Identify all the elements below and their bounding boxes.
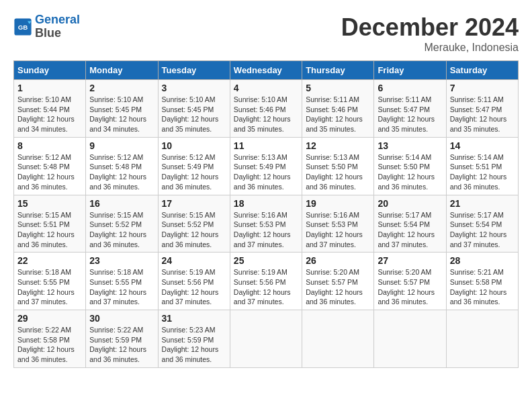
calendar-cell: 6Sunrise: 5:11 AM Sunset: 5:47 PM Daylig… bbox=[374, 80, 446, 138]
calendar-body: 1Sunrise: 5:10 AM Sunset: 5:44 PM Daylig… bbox=[14, 80, 519, 368]
day-info: Sunrise: 5:17 AM Sunset: 5:54 PM Dayligh… bbox=[378, 210, 442, 250]
day-info: Sunrise: 5:23 AM Sunset: 5:59 PM Dayligh… bbox=[162, 325, 226, 365]
calendar-cell bbox=[230, 310, 302, 368]
day-info: Sunrise: 5:13 AM Sunset: 5:49 PM Dayligh… bbox=[234, 152, 298, 192]
calendar-cell: 21Sunrise: 5:17 AM Sunset: 5:54 PM Dayli… bbox=[446, 195, 518, 253]
day-info: Sunrise: 5:18 AM Sunset: 5:55 PM Dayligh… bbox=[89, 267, 154, 307]
calendar-cell: 28Sunrise: 5:21 AM Sunset: 5:58 PM Dayli… bbox=[446, 253, 518, 310]
calendar-cell: 10Sunrise: 5:12 AM Sunset: 5:49 PM Dayli… bbox=[158, 137, 230, 195]
calendar-cell: 7Sunrise: 5:11 AM Sunset: 5:47 PM Daylig… bbox=[446, 80, 518, 138]
day-info: Sunrise: 5:12 AM Sunset: 5:48 PM Dayligh… bbox=[89, 152, 154, 192]
day-info: Sunrise: 5:13 AM Sunset: 5:50 PM Dayligh… bbox=[306, 152, 370, 192]
day-number: 26 bbox=[306, 255, 370, 266]
calendar-cell: 14Sunrise: 5:14 AM Sunset: 5:51 PM Dayli… bbox=[446, 137, 518, 195]
day-info: Sunrise: 5:11 AM Sunset: 5:47 PM Dayligh… bbox=[450, 95, 515, 134]
day-info: Sunrise: 5:15 AM Sunset: 5:51 PM Dayligh… bbox=[17, 210, 82, 250]
day-number: 18 bbox=[234, 198, 298, 209]
calendar-cell: 2Sunrise: 5:10 AM Sunset: 5:45 PM Daylig… bbox=[86, 80, 158, 138]
day-info: Sunrise: 5:10 AM Sunset: 5:46 PM Dayligh… bbox=[234, 95, 298, 134]
day-number: 6 bbox=[378, 83, 442, 93]
logo-text: General Blue bbox=[35, 13, 80, 40]
day-info: Sunrise: 5:14 AM Sunset: 5:51 PM Dayligh… bbox=[450, 152, 515, 192]
day-number: 17 bbox=[162, 198, 226, 209]
logo-icon: GB bbox=[13, 17, 32, 36]
day-number: 25 bbox=[234, 255, 298, 266]
day-number: 23 bbox=[89, 255, 154, 266]
weekday-header-thursday: Thursday bbox=[302, 61, 374, 80]
day-info: Sunrise: 5:22 AM Sunset: 5:58 PM Dayligh… bbox=[17, 325, 82, 365]
day-info: Sunrise: 5:12 AM Sunset: 5:48 PM Dayligh… bbox=[17, 152, 82, 192]
calendar-cell: 1Sunrise: 5:10 AM Sunset: 5:44 PM Daylig… bbox=[14, 80, 86, 138]
calendar-cell bbox=[374, 310, 446, 368]
day-info: Sunrise: 5:16 AM Sunset: 5:53 PM Dayligh… bbox=[234, 210, 298, 250]
day-info: Sunrise: 5:18 AM Sunset: 5:55 PM Dayligh… bbox=[17, 267, 82, 307]
calendar-cell: 13Sunrise: 5:14 AM Sunset: 5:50 PM Dayli… bbox=[374, 137, 446, 195]
calendar-header-row: SundayMondayTuesdayWednesdayThursdayFrid… bbox=[14, 61, 519, 80]
day-number: 31 bbox=[162, 313, 226, 324]
weekday-header-tuesday: Tuesday bbox=[158, 61, 230, 80]
calendar-cell bbox=[302, 310, 374, 368]
calendar-cell: 3Sunrise: 5:10 AM Sunset: 5:45 PM Daylig… bbox=[158, 80, 230, 138]
weekday-header-monday: Monday bbox=[86, 61, 158, 80]
calendar-week-row: 1Sunrise: 5:10 AM Sunset: 5:44 PM Daylig… bbox=[14, 80, 519, 138]
day-number: 11 bbox=[234, 140, 298, 151]
day-number: 5 bbox=[306, 83, 370, 93]
calendar-week-row: 15Sunrise: 5:15 AM Sunset: 5:51 PM Dayli… bbox=[14, 195, 519, 253]
weekday-header-sunday: Sunday bbox=[14, 61, 86, 80]
day-info: Sunrise: 5:22 AM Sunset: 5:59 PM Dayligh… bbox=[89, 325, 154, 365]
day-number: 20 bbox=[378, 198, 442, 209]
day-number: 28 bbox=[450, 255, 515, 266]
calendar-cell: 31Sunrise: 5:23 AM Sunset: 5:59 PM Dayli… bbox=[158, 310, 230, 368]
day-info: Sunrise: 5:21 AM Sunset: 5:58 PM Dayligh… bbox=[450, 267, 515, 307]
day-info: Sunrise: 5:20 AM Sunset: 5:57 PM Dayligh… bbox=[306, 267, 370, 307]
calendar-cell: 26Sunrise: 5:20 AM Sunset: 5:57 PM Dayli… bbox=[302, 253, 374, 310]
calendar-cell: 18Sunrise: 5:16 AM Sunset: 5:53 PM Dayli… bbox=[230, 195, 302, 253]
calendar-cell: 24Sunrise: 5:19 AM Sunset: 5:56 PM Dayli… bbox=[158, 253, 230, 310]
calendar-week-row: 22Sunrise: 5:18 AM Sunset: 5:55 PM Dayli… bbox=[14, 253, 519, 310]
calendar-cell: 12Sunrise: 5:13 AM Sunset: 5:50 PM Dayli… bbox=[302, 137, 374, 195]
day-info: Sunrise: 5:19 AM Sunset: 5:56 PM Dayligh… bbox=[234, 267, 298, 307]
calendar-cell: 11Sunrise: 5:13 AM Sunset: 5:49 PM Dayli… bbox=[230, 137, 302, 195]
day-number: 1 bbox=[17, 83, 82, 93]
day-info: Sunrise: 5:15 AM Sunset: 5:52 PM Dayligh… bbox=[89, 210, 154, 250]
calendar-cell: 20Sunrise: 5:17 AM Sunset: 5:54 PM Dayli… bbox=[374, 195, 446, 253]
calendar-cell: 22Sunrise: 5:18 AM Sunset: 5:55 PM Dayli… bbox=[14, 253, 86, 310]
calendar-cell: 5Sunrise: 5:11 AM Sunset: 5:46 PM Daylig… bbox=[302, 80, 374, 138]
day-info: Sunrise: 5:11 AM Sunset: 5:47 PM Dayligh… bbox=[378, 95, 442, 134]
day-info: Sunrise: 5:10 AM Sunset: 5:44 PM Dayligh… bbox=[17, 95, 82, 134]
calendar-cell: 23Sunrise: 5:18 AM Sunset: 5:55 PM Dayli… bbox=[86, 253, 158, 310]
location: Merauke, Indonesia bbox=[341, 42, 519, 54]
title-area: December 2024 Merauke, Indonesia bbox=[341, 13, 519, 54]
day-info: Sunrise: 5:10 AM Sunset: 5:45 PM Dayligh… bbox=[162, 95, 226, 134]
day-info: Sunrise: 5:12 AM Sunset: 5:49 PM Dayligh… bbox=[162, 152, 226, 192]
day-number: 21 bbox=[450, 198, 515, 209]
day-number: 9 bbox=[89, 140, 154, 151]
calendar-cell: 29Sunrise: 5:22 AM Sunset: 5:58 PM Dayli… bbox=[14, 310, 86, 368]
calendar-week-row: 29Sunrise: 5:22 AM Sunset: 5:58 PM Dayli… bbox=[14, 310, 519, 368]
day-number: 3 bbox=[162, 83, 226, 93]
calendar-cell: 9Sunrise: 5:12 AM Sunset: 5:48 PM Daylig… bbox=[86, 137, 158, 195]
calendar-week-row: 8Sunrise: 5:12 AM Sunset: 5:48 PM Daylig… bbox=[14, 137, 519, 195]
day-number: 19 bbox=[306, 198, 370, 209]
calendar-cell: 17Sunrise: 5:15 AM Sunset: 5:52 PM Dayli… bbox=[158, 195, 230, 253]
svg-text:GB: GB bbox=[18, 24, 28, 31]
day-info: Sunrise: 5:14 AM Sunset: 5:50 PM Dayligh… bbox=[378, 152, 442, 192]
day-info: Sunrise: 5:15 AM Sunset: 5:52 PM Dayligh… bbox=[162, 210, 226, 250]
day-number: 27 bbox=[378, 255, 442, 266]
day-info: Sunrise: 5:17 AM Sunset: 5:54 PM Dayligh… bbox=[450, 210, 515, 250]
day-number: 22 bbox=[17, 255, 82, 266]
page-header: GB General Blue December 2024 Merauke, I… bbox=[13, 13, 519, 54]
calendar-cell bbox=[446, 310, 518, 368]
logo: GB General Blue bbox=[13, 13, 80, 40]
day-number: 13 bbox=[378, 140, 442, 151]
day-number: 30 bbox=[89, 313, 154, 324]
calendar-cell: 27Sunrise: 5:20 AM Sunset: 5:57 PM Dayli… bbox=[374, 253, 446, 310]
weekday-header-wednesday: Wednesday bbox=[230, 61, 302, 80]
day-number: 4 bbox=[234, 83, 298, 93]
day-number: 24 bbox=[162, 255, 226, 266]
day-number: 14 bbox=[450, 140, 515, 151]
calendar-cell: 19Sunrise: 5:16 AM Sunset: 5:53 PM Dayli… bbox=[302, 195, 374, 253]
day-number: 10 bbox=[162, 140, 226, 151]
calendar-cell: 8Sunrise: 5:12 AM Sunset: 5:48 PM Daylig… bbox=[14, 137, 86, 195]
weekday-header-saturday: Saturday bbox=[446, 61, 518, 80]
